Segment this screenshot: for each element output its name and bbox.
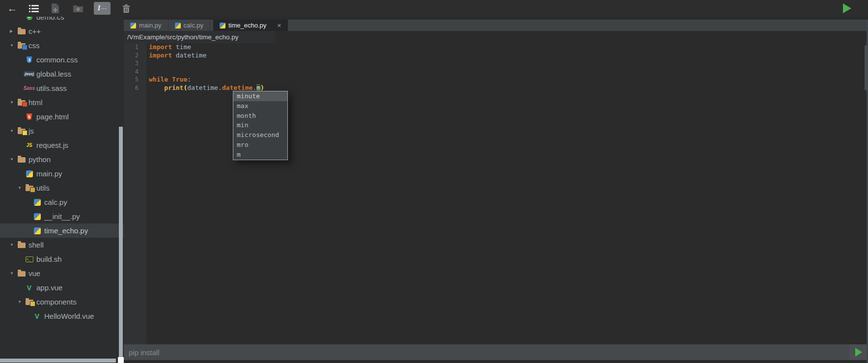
autocomplete-item[interactable]: m	[233, 150, 287, 160]
folder-icon	[17, 269, 26, 278]
tree-item-helloworld-vue[interactable]: VHelloWorld.vue	[0, 309, 124, 323]
python-file-icon	[130, 23, 136, 28]
vue-file-icon: V	[32, 312, 42, 320]
chevron-down-icon[interactable]: ▼	[18, 300, 25, 304]
run-icon[interactable]	[843, 3, 851, 13]
tree-item-label: components	[36, 298, 77, 306]
folder-icon	[17, 98, 26, 107]
code-token: import	[149, 52, 172, 59]
tree-item-label: c++	[28, 27, 41, 35]
tree-item-utils-sass[interactable]: Sassutils.sass	[0, 81, 124, 95]
tree-folder-components[interactable]: ▼components	[0, 295, 124, 309]
chevron-down-icon[interactable]: ▼	[10, 129, 17, 133]
tab-time-echo-py[interactable]: time_echo.py×	[213, 20, 288, 31]
tab-label: calc.py	[184, 22, 203, 29]
js-file-icon: JS	[26, 142, 32, 148]
folder-icon	[26, 186, 33, 191]
tree-folder-python[interactable]: ▼python	[0, 152, 124, 167]
code-token: datetime	[187, 84, 218, 91]
tree-item-label: HelloWorld.vue	[44, 312, 94, 320]
tree-folder-html[interactable]: ▼html	[0, 95, 124, 110]
tree-folder-utils[interactable]: ▼utils	[0, 181, 124, 195]
chevron-down-icon[interactable]: ▼	[18, 186, 25, 190]
tree-item-label: request.js	[36, 141, 68, 149]
tree-item-calc-py[interactable]: calc.py	[0, 195, 124, 209]
components-badge-icon	[30, 301, 35, 307]
code-token: .	[218, 84, 222, 91]
sidebar-horizontal-scrollbar[interactable]	[0, 359, 116, 363]
tree-item-app-vue[interactable]: Vapp.vue	[0, 280, 124, 295]
code-area[interactable]: import timeimport datetimewhile True: pr…	[146, 43, 863, 344]
tree-folder-js[interactable]: ▼js	[0, 124, 124, 138]
python-file-icon	[34, 213, 41, 220]
tab-calc-py[interactable]: calc.py	[168, 20, 210, 31]
chevron-down-icon[interactable]: ▼	[10, 100, 17, 105]
code-token: import	[149, 43, 172, 51]
tree-item-common-css[interactable]: 3common.css	[0, 53, 124, 67]
tree-folder-c-[interactable]: ▶c++	[0, 24, 124, 38]
autocomplete-item[interactable]: month	[233, 111, 287, 121]
code-line	[149, 59, 863, 68]
chevron-down-icon[interactable]: ▼	[10, 243, 17, 247]
command-run-button[interactable]	[849, 344, 868, 360]
line-number: 2	[124, 52, 146, 60]
folder-icon	[18, 29, 26, 34]
new-folder-icon[interactable]	[71, 0, 85, 17]
chevron-down-icon[interactable]: ▼	[10, 271, 17, 276]
tree-item-time-echo-py[interactable]: time_echo.py	[0, 223, 124, 238]
code-token: datetime	[172, 52, 206, 59]
tree-item-global-less[interactable]: {less}global.less	[0, 67, 124, 81]
tree-item-label: shell	[28, 241, 44, 249]
file-tree: #demo.cs▶c++▼css3common.css{less}global.…	[0, 17, 124, 363]
sidebar-vertical-scrollbar[interactable]	[119, 127, 123, 359]
tree-item-label: __init__.py	[44, 212, 80, 221]
breadcrumb[interactable]: /VmExample/src/python/time_echo.py	[124, 33, 239, 41]
autocomplete-item[interactable]: min	[233, 120, 287, 130]
js-file-icon: JS	[25, 141, 34, 149]
tree-item-page-html[interactable]: 5page.html	[0, 110, 124, 124]
python-file-icon	[32, 212, 42, 221]
tree-item-request-js[interactable]: JSrequest.js	[0, 138, 124, 152]
close-icon[interactable]: ×	[277, 22, 281, 29]
code-token: .	[252, 84, 256, 91]
chevron-right-icon[interactable]: ▶	[10, 29, 17, 33]
new-file-icon[interactable]	[49, 0, 61, 17]
code-token: True	[172, 76, 187, 83]
tree-item--init-py[interactable]: __init__.py	[0, 209, 124, 223]
tree-folder-css[interactable]: ▼css	[0, 38, 124, 53]
tree-item-build-sh[interactable]: >_build.sh	[0, 252, 124, 266]
autocomplete-item[interactable]: microsecond	[233, 130, 287, 140]
tree-folder-vue[interactable]: ▼vue	[0, 266, 124, 280]
python-file-icon	[26, 170, 33, 177]
code-line	[149, 68, 863, 76]
file-list-icon[interactable]	[28, 0, 40, 17]
tree-folder-shell[interactable]: ▼shell	[0, 238, 124, 252]
folder-icon	[17, 155, 26, 164]
autocomplete-item[interactable]: mro	[233, 140, 287, 150]
code-token: time	[172, 43, 191, 51]
folder-icon	[18, 271, 26, 277]
folder-icon	[17, 27, 26, 35]
code-token	[168, 76, 172, 83]
rename-icon[interactable]: I···	[94, 2, 111, 15]
python-file-icon	[32, 226, 42, 235]
tree-item-label: calc.py	[44, 198, 67, 206]
line-number: 4	[124, 68, 146, 76]
tree-item-main-py[interactable]: main.py	[0, 167, 124, 181]
chevron-down-icon[interactable]: ▼	[10, 43, 17, 48]
command-input[interactable]: pip install	[124, 348, 160, 357]
less-file-icon: {less}	[25, 70, 34, 78]
tab-main-py[interactable]: main.py	[124, 20, 168, 31]
line-number: 3	[124, 59, 146, 68]
delete-icon[interactable]	[120, 0, 132, 17]
code-token: print	[164, 84, 183, 91]
editor-scrollbar-thumb[interactable]	[865, 45, 868, 90]
bottom-filler	[124, 360, 868, 363]
autocomplete-item[interactable]: max	[233, 101, 287, 111]
tree-item-label: main.py	[36, 169, 62, 178]
csharp-file-icon: #	[25, 17, 34, 21]
chevron-down-icon[interactable]: ▼	[10, 157, 17, 162]
back-icon[interactable]: ←	[6, 0, 19, 17]
tree-item-demo-cs[interactable]: #demo.cs	[0, 17, 124, 24]
autocomplete-item[interactable]: minute	[233, 91, 287, 101]
